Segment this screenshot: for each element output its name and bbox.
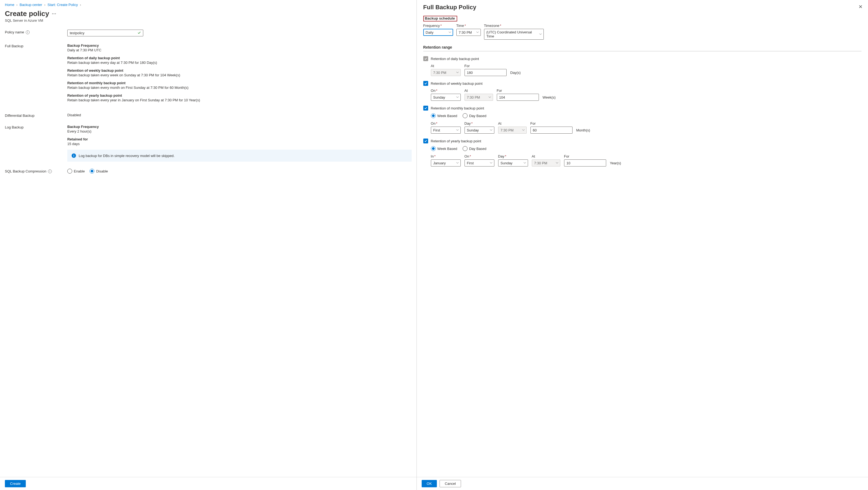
- differential-backup-value: Disabled: [67, 113, 412, 117]
- monthly-retention-label: Retention of monthly backup point: [431, 106, 484, 110]
- close-icon[interactable]: ✕: [859, 4, 863, 10]
- breadcrumb-home[interactable]: Home: [5, 3, 14, 7]
- policy-name-input[interactable]: testpolicy: [67, 30, 143, 36]
- yearly-unit-label: Year(s): [610, 161, 621, 167]
- yearly-day-based-radio[interactable]: Day Based: [463, 146, 487, 151]
- monthly-for-label: For: [530, 121, 572, 125]
- info-icon: i: [72, 153, 76, 158]
- yearly-on-select[interactable]: First: [465, 160, 494, 167]
- monthly-retention-checkbox[interactable]: [423, 106, 428, 111]
- yearly-retention-checkbox[interactable]: [423, 139, 428, 143]
- breadcrumb-backup-center[interactable]: Backup center: [20, 3, 42, 7]
- daily-unit-label: Day(s): [510, 70, 521, 76]
- weekly-unit-label: Week(s): [543, 95, 556, 101]
- weekly-retention-text: Retain backup taken every week on Sunday…: [67, 73, 412, 77]
- log-backup-info-text: Log backup for DBs in simple recovery mo…: [79, 154, 175, 158]
- breadcrumb: Home › Backup center › Start: Create Pol…: [5, 3, 412, 7]
- daily-at-label: At: [431, 64, 461, 68]
- monthly-at-select: 7:30 PM: [498, 126, 527, 134]
- chevron-down-icon: [490, 161, 493, 165]
- yearly-in-select[interactable]: January: [431, 160, 461, 167]
- compression-enable-radio[interactable]: Enable: [67, 169, 85, 174]
- yearly-for-label: For: [564, 154, 606, 158]
- yearly-on-label: On: [465, 154, 469, 158]
- yearly-day-select[interactable]: Sunday: [498, 160, 528, 167]
- daily-for-label: For: [465, 64, 506, 68]
- monthly-week-based-radio[interactable]: Week Based: [431, 113, 457, 118]
- weekly-on-label: On: [431, 89, 435, 93]
- chevron-down-icon: [456, 70, 459, 75]
- yearly-at-label: At: [532, 154, 560, 158]
- daily-at-select: 7:30 PM: [431, 69, 461, 76]
- weekly-for-input[interactable]: 104: [497, 94, 539, 101]
- yearly-week-based-radio[interactable]: Week Based: [431, 146, 457, 151]
- differential-backup-label: Differential Backup: [5, 113, 67, 118]
- yearly-for-input[interactable]: 10: [564, 160, 606, 167]
- monthly-at-label: At: [498, 121, 527, 125]
- chevron-down-icon: [456, 161, 459, 165]
- backup-schedule-heading: Backup schedule: [423, 16, 457, 22]
- log-backup-freq-text: Every 2 hour(s): [67, 129, 412, 133]
- retention-range-heading: Retention range: [423, 45, 862, 50]
- daily-retention-heading: Retention of daily backup point: [67, 56, 412, 60]
- yearly-in-label: In: [431, 154, 434, 158]
- panel-title: Full Backup Policy: [423, 4, 862, 11]
- info-icon[interactable]: i: [48, 170, 52, 173]
- weekly-retention-heading: Retention of weekly backup point: [67, 68, 412, 73]
- weekly-on-select[interactable]: Sunday: [431, 94, 461, 101]
- log-backup-label: Log Backup: [5, 125, 67, 129]
- weekly-at-label: At: [465, 89, 493, 93]
- compression-disable-radio[interactable]: Disable: [90, 169, 108, 174]
- monthly-on-select[interactable]: First: [431, 126, 461, 134]
- chevron-down-icon: [522, 128, 525, 132]
- yearly-day-label: Day: [498, 154, 504, 158]
- monthly-day-label: Day: [465, 121, 471, 125]
- daily-for-input[interactable]: 180: [465, 69, 506, 76]
- chevron-down-icon: [539, 32, 542, 36]
- monthly-for-input[interactable]: 60: [530, 126, 572, 134]
- chevron-down-icon: [456, 95, 459, 99]
- yearly-retention-heading: Retention of yearly backup point: [67, 93, 412, 97]
- daily-retention-label: Retention of daily backup point: [431, 57, 479, 61]
- full-backup-freq-text: Daily at 7:30 PM UTC: [67, 48, 412, 52]
- timezone-select[interactable]: (UTC) Coordinated Universal Time: [484, 29, 544, 40]
- checkmark-icon: [137, 31, 141, 35]
- log-backup-retained-text: 15 days: [67, 142, 412, 146]
- monthly-on-label: On: [431, 121, 435, 125]
- chevron-down-icon: [556, 161, 558, 165]
- more-actions-button[interactable]: ···: [52, 11, 56, 16]
- time-select[interactable]: 7:30 PM: [456, 29, 481, 36]
- ok-button[interactable]: OK: [422, 480, 437, 487]
- frequency-select[interactable]: Daily: [423, 29, 453, 36]
- cancel-button[interactable]: Cancel: [440, 480, 461, 487]
- frequency-label: Frequency: [423, 24, 440, 28]
- create-button[interactable]: Create: [5, 480, 26, 487]
- daily-retention-checkbox: [423, 56, 428, 61]
- chevron-down-icon: [490, 128, 493, 132]
- yearly-retention-label: Retention of yearly backup point: [431, 139, 482, 143]
- timezone-label: Timezone: [484, 24, 499, 28]
- daily-retention-text: Retain backup taken every day at 7:30 PM…: [67, 61, 412, 65]
- yearly-retention-text: Retain backup taken every year in Januar…: [67, 98, 412, 102]
- chevron-down-icon: [488, 95, 491, 99]
- monthly-day-select[interactable]: Sunday: [465, 126, 494, 134]
- weekly-retention-label: Retention of weekly backup point: [431, 82, 483, 86]
- weekly-at-select: 7:30 PM: [465, 94, 493, 101]
- page-subtitle: SQL Server in Azure VM: [5, 19, 412, 23]
- chevron-down-icon: [476, 30, 479, 34]
- log-backup-retained-heading: Retained for: [67, 137, 412, 141]
- chevron-down-icon: [456, 128, 459, 132]
- log-backup-info-box: i Log backup for DBs in simple recovery …: [67, 150, 412, 162]
- weekly-retention-checkbox[interactable]: [423, 81, 428, 86]
- full-backup-freq-heading: Backup Frequency: [67, 44, 412, 48]
- monthly-retention-heading: Retention of monthly backup point: [67, 81, 412, 85]
- chevron-right-icon: ›: [16, 3, 18, 7]
- chevron-down-icon: [448, 30, 451, 34]
- yearly-at-select: 7:30 PM: [532, 160, 560, 167]
- monthly-day-based-radio[interactable]: Day Based: [463, 113, 487, 118]
- weekly-for-label: For: [497, 89, 539, 93]
- log-backup-freq-heading: Backup Frequency: [67, 125, 412, 129]
- full-backup-label: Full Backup: [5, 44, 67, 48]
- info-icon[interactable]: i: [26, 30, 30, 34]
- breadcrumb-start-create-policy[interactable]: Start: Create Policy: [48, 3, 78, 7]
